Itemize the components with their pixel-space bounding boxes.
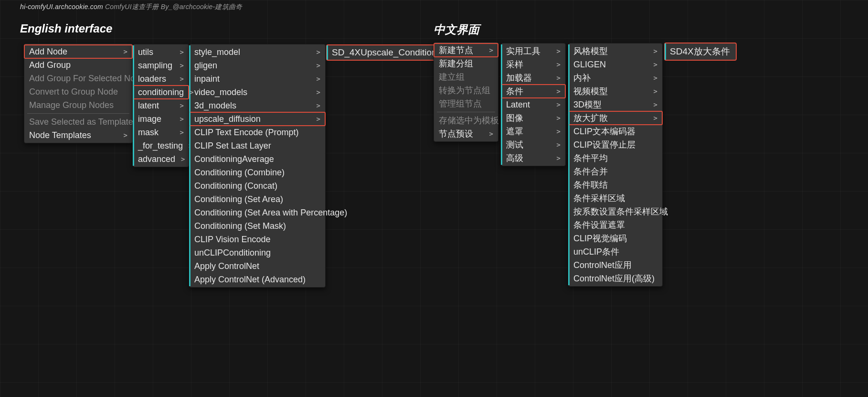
- chevron-right-icon: >: [654, 72, 657, 84]
- context-menu-root-en[interactable]: Add Node>Add GroupAdd Group For Selected…: [24, 43, 133, 143]
- menu-item[interactable]: 视频模型>: [569, 85, 662, 98]
- menu-item[interactable]: 高级>: [501, 151, 565, 165]
- menu-item[interactable]: 条件平均: [569, 151, 662, 165]
- menu-item[interactable]: CLIP文本编码器: [569, 125, 662, 138]
- menu-item-label: 条件采样区域: [573, 193, 625, 204]
- chevron-right-icon: >: [557, 152, 561, 164]
- menu-item[interactable]: Add Group For Selected Nodes: [24, 72, 132, 85]
- menu-item-label: Apply ControlNet (Advanced): [194, 274, 306, 285]
- menu-item[interactable]: ControlNet应用(高级): [569, 272, 662, 285]
- menu-item[interactable]: Conditioning (Set Area): [190, 193, 325, 206]
- menu-item[interactable]: Add Group: [24, 58, 132, 72]
- menu-item[interactable]: 条件>: [501, 85, 565, 98]
- menu-item[interactable]: CLIP设置停止层: [569, 138, 662, 151]
- menu-item[interactable]: ConditioningAverage: [190, 152, 325, 166]
- menu-item[interactable]: CLIP Text Encode (Prompt): [190, 126, 325, 139]
- menu-item[interactable]: 条件采样区域: [569, 192, 662, 205]
- menu-item[interactable]: CLIP Set Last Layer: [190, 139, 325, 152]
- menu-item-label: sampling: [138, 60, 172, 71]
- menu-item[interactable]: CLIP视觉编码: [569, 232, 662, 245]
- menu-item[interactable]: 建立组: [434, 70, 498, 84]
- header-caption: hi-comfyUI.archcookie.com ComfyUI速查手册 By…: [20, 3, 242, 11]
- menu-item[interactable]: mask>: [133, 126, 189, 139]
- menu-item[interactable]: image>: [133, 112, 189, 126]
- menu-item[interactable]: style_model>: [190, 45, 325, 59]
- menu-item[interactable]: 放大扩散>: [569, 111, 662, 125]
- menu-item[interactable]: 图像>: [501, 111, 565, 125]
- submenu-categories-cn[interactable]: 实用工具>采样>加载器>条件>Latent>图像>遮罩>测试>高级>: [501, 43, 566, 166]
- context-menu-root-cn[interactable]: 新建节点>新建分组建立组转换为节点组管理组节点 存储选中为模板节点预设>: [434, 42, 498, 142]
- menu-item[interactable]: Apply ControlNet (Advanced): [190, 273, 325, 286]
- menu-item[interactable]: Convert to Group Node: [24, 85, 132, 98]
- menu-item[interactable]: ControlNet应用: [569, 258, 662, 272]
- leaf-label: SD_4XUpscale_Conditioning: [332, 47, 449, 57]
- menu-item[interactable]: Add Node>: [24, 45, 132, 58]
- menu-item[interactable]: 节点预设>: [434, 127, 498, 140]
- menu-item[interactable]: inpaint>: [190, 72, 325, 86]
- chevron-right-icon: >: [317, 73, 320, 85]
- menu-item[interactable]: Save Selected as Template: [24, 115, 132, 129]
- menu-item[interactable]: upscale_diffusion>: [190, 112, 325, 126]
- menu-item[interactable]: Conditioning (Combine): [190, 166, 325, 179]
- menu-item[interactable]: 采样>: [501, 58, 565, 71]
- menu-item[interactable]: conditioning>: [133, 86, 189, 99]
- menu-item[interactable]: unCLIP条件: [569, 245, 662, 258]
- menu-item[interactable]: 测试>: [501, 138, 565, 151]
- menu-item[interactable]: Conditioning (Concat): [190, 179, 325, 193]
- menu-item[interactable]: Apply ControlNet: [190, 259, 325, 273]
- chevron-right-icon: >: [180, 60, 184, 71]
- menu-item[interactable]: sampling>: [133, 59, 189, 72]
- menu-item[interactable]: 新建节点>: [434, 43, 498, 57]
- menu-item-label: 新建分组: [439, 58, 473, 69]
- menu-item-label: inpaint: [194, 73, 220, 85]
- submenu-conditioning-cn[interactable]: 风格模型>GLIGEN>内补>视频模型>3D模型>放大扩散>CLIP文本编码器C…: [568, 43, 663, 287]
- leaf-node-cn[interactable]: SD4X放大条件: [665, 43, 736, 60]
- menu-item-label: unCLIPConditioning: [194, 247, 271, 258]
- menu-item[interactable]: 转换为节点组: [434, 84, 498, 97]
- menu-item[interactable]: Conditioning (Set Mask): [190, 219, 325, 233]
- menu-item[interactable]: 3d_models>: [190, 99, 325, 112]
- menu-item-label: ControlNet应用: [573, 259, 632, 271]
- menu-item[interactable]: CLIP Vision Encode: [190, 233, 325, 246]
- menu-item[interactable]: loaders>: [133, 72, 189, 86]
- menu-item[interactable]: gligen>: [190, 59, 325, 72]
- submenu-conditioning-en[interactable]: style_model>gligen>inpaint>video_models>…: [189, 44, 326, 288]
- menu-item-label: Node Templates: [29, 129, 91, 141]
- menu-item[interactable]: 条件设置遮罩: [569, 218, 662, 232]
- menu-item[interactable]: 条件合并: [569, 165, 662, 178]
- menu-item-label: 3D模型: [573, 99, 602, 110]
- menu-item-label: video_models: [194, 86, 247, 98]
- menu-item[interactable]: 实用工具>: [501, 44, 565, 58]
- menu-item[interactable]: 管理组节点: [434, 97, 498, 110]
- menu-item[interactable]: utils>: [133, 45, 189, 59]
- chevron-right-icon: >: [557, 86, 561, 97]
- menu-item-label: 风格模型: [573, 45, 608, 57]
- chevron-right-icon: >: [557, 99, 561, 110]
- menu-item[interactable]: 内补>: [569, 71, 662, 85]
- menu-item-label: 高级: [506, 152, 523, 164]
- menu-item[interactable]: Node Templates>: [24, 129, 132, 142]
- menu-item[interactable]: video_models>: [190, 86, 325, 99]
- menu-item[interactable]: 存储选中为模板: [434, 114, 498, 127]
- menu-item[interactable]: unCLIPConditioning: [190, 246, 325, 259]
- section-title-en: English interface: [20, 22, 112, 35]
- menu-item[interactable]: GLIGEN>: [569, 58, 662, 71]
- menu-item-label: Convert to Group Node: [29, 86, 118, 97]
- menu-item[interactable]: 风格模型>: [569, 44, 662, 58]
- menu-item-label: latent: [138, 100, 159, 111]
- menu-item[interactable]: 条件联结: [569, 178, 662, 192]
- menu-item[interactable]: 3D模型>: [569, 98, 662, 111]
- menu-item[interactable]: advanced>: [133, 152, 189, 166]
- menu-item[interactable]: Latent>: [501, 98, 565, 111]
- menu-item[interactable]: 按系数设置条件采样区域: [569, 205, 662, 218]
- menu-item[interactable]: Conditioning (Set Area with Percentage): [190, 206, 325, 219]
- menu-item[interactable]: 遮罩>: [501, 125, 565, 138]
- menu-item-label: 实用工具: [506, 45, 540, 57]
- menu-item[interactable]: latent>: [133, 99, 189, 112]
- menu-item-label: Save Selected as Template: [29, 116, 133, 128]
- menu-item[interactable]: Manage Group Nodes: [24, 98, 132, 112]
- menu-item[interactable]: 新建分组: [434, 57, 498, 70]
- menu-item[interactable]: 加载器>: [501, 71, 565, 85]
- submenu-categories-en[interactable]: utils>sampling>loaders>conditioning>late…: [133, 44, 189, 167]
- menu-item[interactable]: _for_testing>: [133, 139, 189, 152]
